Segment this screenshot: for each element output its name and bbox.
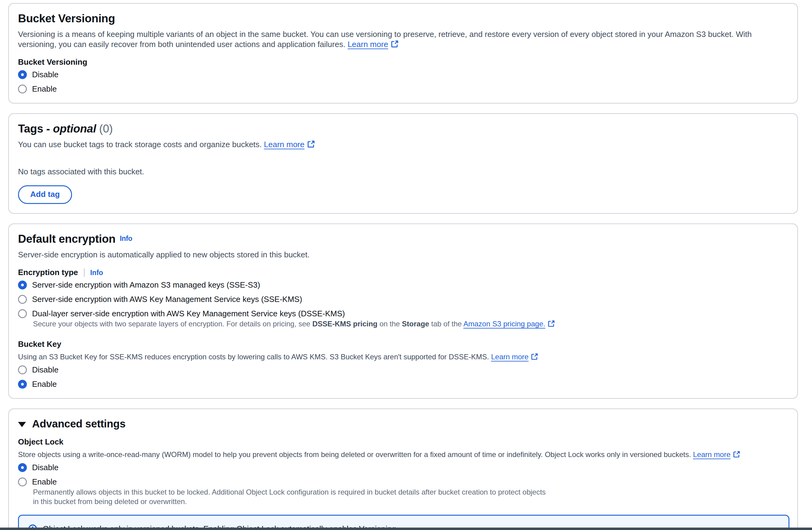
dsse-kms-radio[interactable]: Dual-layer server-side encryption with A…	[18, 309, 788, 318]
radio-selected-icon[interactable]	[18, 281, 27, 289]
tags-learn-more-link[interactable]: Learn more	[264, 140, 315, 149]
object-lock-label: Object Lock	[18, 437, 788, 447]
tags-empty-text: No tags associated with this bucket.	[18, 167, 788, 177]
sse-kms-radio[interactable]: Server-side encryption with AWS Key Mana…	[18, 295, 788, 304]
create-bucket-form: Bucket Versioning Versioning is a means …	[0, 0, 812, 530]
encryption-type-label: Encryption typeInfo	[18, 268, 788, 277]
advanced-settings-section: Advanced settings Object Lock Store obje…	[8, 409, 798, 530]
tags-description: You can use bucket tags to track storage…	[18, 140, 788, 149]
tags-count: (0)	[96, 123, 113, 135]
object-lock-enable-note: Permanently allows objects in this bucke…	[33, 487, 546, 506]
bucket-versioning-description: Versioning is a means of keeping multipl…	[18, 29, 788, 49]
object-lock-description: Store objects using a write-once-read-ma…	[18, 450, 788, 459]
bucket-versioning-section: Bucket Versioning Versioning is a means …	[8, 3, 798, 103]
radio-unselected-icon[interactable]	[18, 309, 27, 318]
bucket-versioning-title: Bucket Versioning	[18, 12, 788, 25]
default-encryption-description: Server-side encryption is automatically …	[18, 250, 788, 260]
s3-pricing-page-link[interactable]: Amazon S3 pricing page.	[463, 320, 555, 328]
tags-title: Tags - optional (0)	[18, 123, 788, 135]
versioning-disable-radio[interactable]: Disable	[18, 70, 788, 80]
radio-unselected-icon[interactable]	[18, 477, 27, 486]
versioning-enable-radio[interactable]: Enable	[18, 84, 788, 94]
radio-selected-icon[interactable]	[18, 463, 27, 472]
bucket-versioning-field-label: Bucket Versioning	[18, 57, 788, 67]
radio-selected-icon[interactable]	[18, 70, 27, 79]
bucket-key-disable-radio[interactable]: Disable	[18, 365, 788, 375]
dsse-kms-note: Secure your objects with two separate la…	[33, 319, 788, 329]
object-lock-disable-radio[interactable]: Disable	[18, 463, 788, 472]
bucket-key-enable-radio[interactable]: Enable	[18, 379, 788, 389]
advanced-settings-toggle[interactable]: Advanced settings	[18, 418, 788, 430]
object-lock-learn-more-link[interactable]: Learn more	[693, 450, 740, 459]
external-link-icon	[548, 320, 555, 327]
label-divider	[84, 268, 85, 277]
radio-unselected-icon[interactable]	[18, 366, 27, 374]
external-link-icon	[307, 140, 315, 148]
external-link-icon	[531, 353, 538, 360]
add-tag-button[interactable]: Add tag	[18, 185, 72, 204]
radio-selected-icon[interactable]	[18, 380, 27, 389]
radio-unselected-icon[interactable]	[18, 295, 27, 304]
advanced-settings-title: Advanced settings	[32, 418, 126, 430]
tags-section: Tags - optional (0) You can use bucket t…	[8, 113, 798, 214]
default-encryption-title: Default encryptionInfo	[18, 233, 788, 245]
versioning-learn-more-link[interactable]: Learn more	[348, 40, 399, 49]
bucket-key-description: Using an S3 Bucket Key for SSE-KMS reduc…	[18, 352, 788, 361]
default-encryption-info-link[interactable]: Info	[120, 234, 132, 242]
encryption-type-info-link[interactable]: Info	[90, 269, 103, 276]
sse-s3-radio[interactable]: Server-side encryption with Amazon S3 ma…	[18, 280, 788, 290]
object-lock-enable-radio[interactable]: Enable	[18, 477, 788, 487]
external-link-icon	[733, 450, 740, 458]
caret-down-icon	[18, 422, 26, 427]
bucket-key-learn-more-link[interactable]: Learn more	[491, 353, 538, 361]
default-encryption-section: Default encryptionInfo Server-side encry…	[8, 224, 798, 399]
external-link-icon	[391, 40, 399, 48]
bucket-key-label: Bucket Key	[18, 340, 788, 349]
radio-unselected-icon[interactable]	[18, 85, 27, 94]
viewport-bottom-edge	[0, 528, 812, 530]
